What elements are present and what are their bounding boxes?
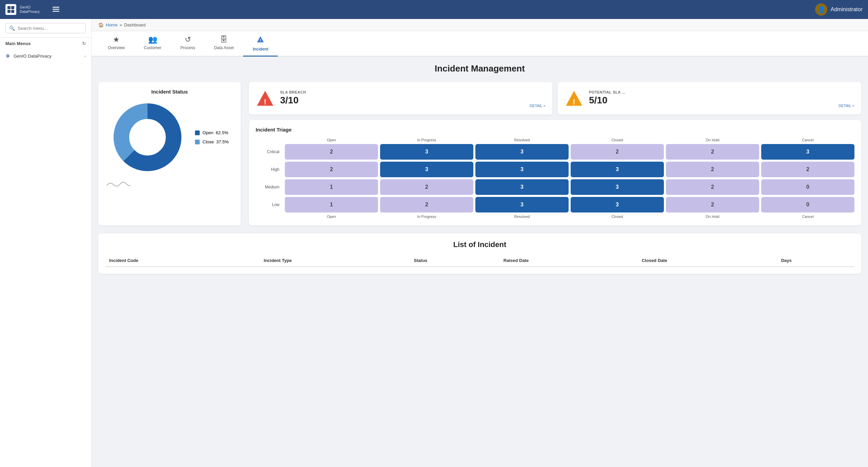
sla-cards: ! SLA BREACH 3/10 DETAIL > (249, 82, 861, 115)
triage-cell-r0-c5[interactable]: 3 (761, 144, 854, 160)
triage-footer-open: Open (285, 215, 378, 219)
sidebar-item-label: GenIO DataPrivacy (14, 54, 81, 59)
legend-close-label: Close 37.5% (202, 139, 229, 144)
users-icon: 👥 (148, 35, 157, 44)
triage-cell-r3-c0[interactable]: 1 (285, 197, 378, 212)
hamburger-button[interactable] (50, 3, 62, 16)
svg-rect-1 (11, 6, 14, 9)
genio-icon: ❖ (5, 53, 10, 59)
svg-text:!: ! (573, 98, 575, 106)
sidebar-item-genio[interactable]: ❖ GenIO DataPrivacy ‹ (0, 49, 91, 63)
triage-row-label-low: Low (256, 202, 283, 207)
tabs-bar: ★ Overview 👥 Customer ↺ Process 🗄 Data A… (92, 31, 868, 57)
logo-icon (5, 4, 16, 15)
triage-cell-r2-c0[interactable]: 1 (285, 179, 378, 195)
triage-cell-r2-c3[interactable]: 3 (571, 179, 664, 195)
triage-col-header-open: Open (285, 138, 378, 142)
incident-col-incident-code: Incident Code (105, 255, 260, 267)
breadcrumb-separator: » (120, 22, 122, 27)
refresh-icon[interactable]: ↻ (82, 41, 86, 46)
database-icon: 🗄 (220, 35, 228, 44)
tab-data-asset-label: Data Asset (214, 45, 234, 50)
triage-cell-r0-c3[interactable]: 2 (571, 144, 664, 160)
sla-breach-detail[interactable]: DETAIL > (530, 104, 546, 108)
tab-overview[interactable]: ★ Overview (98, 31, 134, 57)
search-icon: 🔍 (9, 25, 15, 31)
donut-chart (110, 100, 185, 175)
svg-rect-0 (7, 6, 11, 9)
incident-list-card: List of Incident Incident CodeIncident T… (98, 234, 861, 274)
user-name: Administrator (831, 6, 863, 13)
tab-customer[interactable]: 👥 Customer (134, 31, 171, 57)
tab-data-asset[interactable]: 🗄 Data Asset (204, 31, 243, 57)
chevron-left-icon: ‹ (84, 54, 86, 59)
svg-text:!: ! (264, 98, 266, 106)
sla-breach-label: SLA BREACH (280, 90, 524, 94)
triage-title: Incident Triage (256, 127, 854, 133)
svg-rect-3 (11, 10, 14, 13)
triage-cell-r2-c1[interactable]: 2 (380, 179, 473, 195)
triage-cell-r3-c1[interactable]: 2 (380, 197, 473, 212)
triage-row-label-medium: Medium (256, 185, 283, 189)
chart-legend: Open 62.5% Close 37.5% (195, 130, 229, 144)
breadcrumb-home[interactable]: Home (106, 22, 118, 27)
top-header: GenIO DataPrivacy 👤 Administrator (0, 0, 868, 19)
triage-cell-r0-c0[interactable]: 2 (285, 144, 378, 160)
warning-icon: ! (256, 35, 264, 45)
triage-cell-r0-c1[interactable]: 3 (380, 144, 473, 160)
triage-cell-r1-c0[interactable]: 2 (285, 162, 378, 177)
search-input[interactable] (18, 26, 82, 31)
triage-cell-r1-c1[interactable]: 3 (380, 162, 473, 177)
logo-text: GenIO DataPrivacy (20, 5, 40, 14)
tab-process[interactable]: ↺ Process (171, 31, 204, 57)
sla-breach-value: 3/10 (280, 95, 524, 106)
triage-cell-r2-c4[interactable]: 2 (666, 179, 759, 195)
menu-header-label: Main Menus (5, 41, 31, 46)
sla-potential-detail[interactable]: DETAIL > (839, 104, 854, 108)
triage-cell-r3-c4[interactable]: 2 (666, 197, 759, 212)
breadcrumb: 🏠 Home » Dashboard (92, 19, 868, 31)
triage-cell-r0-c2[interactable]: 3 (475, 144, 569, 160)
search-input-wrap[interactable]: 🔍 (5, 23, 86, 33)
incident-col-status: Status (410, 255, 499, 267)
search-area: 🔍 (0, 19, 91, 38)
svg-rect-5 (53, 9, 59, 10)
process-icon: ↺ (185, 35, 191, 44)
logo-line2: DataPrivacy (20, 9, 40, 14)
breadcrumb-current: Dashboard (124, 22, 146, 27)
legend-open: Open 62.5% (195, 130, 229, 135)
incident-col-closed-date: Closed Date (638, 255, 777, 267)
main-content: Incident Management Incident Status (92, 57, 868, 281)
triage-cell-r1-c5[interactable]: 2 (761, 162, 854, 177)
incident-col-incident-type: Incident Type (260, 255, 410, 267)
legend-close-dot (195, 140, 200, 144)
svg-rect-2 (7, 10, 11, 13)
sidebar-menu-header: Main Menus ↻ (0, 38, 91, 49)
triage-cell-r2-c5[interactable]: 0 (761, 179, 854, 195)
tab-overview-label: Overview (108, 45, 125, 50)
triage-cell-r1-c3[interactable]: 3 (571, 162, 664, 177)
svg-point-11 (130, 119, 166, 155)
tab-incident[interactable]: ! Incident (243, 31, 278, 57)
sla-potential-icon: ! (565, 89, 584, 108)
triage-cell-r3-c2[interactable]: 3 (475, 197, 569, 212)
triage-cell-r3-c5[interactable]: 0 (761, 197, 854, 212)
chart-footer (105, 179, 234, 190)
legend-open-dot (195, 130, 200, 135)
right-panel: ! SLA BREACH 3/10 DETAIL > (249, 82, 861, 225)
triage-cell-r1-c4[interactable]: 2 (666, 162, 759, 177)
sla-potential-value: 5/10 (589, 95, 833, 106)
triage-footer-on-hold: On Hold (666, 215, 759, 219)
triage-cell-r0-c4[interactable]: 2 (666, 144, 759, 160)
triage-footer-resolved: Resolved (475, 215, 569, 219)
user-avatar: 👤 (815, 3, 827, 16)
legend-open-label: Open 62.5% (202, 130, 228, 135)
triage-cell-r2-c2[interactable]: 3 (475, 179, 569, 195)
triage-cell-r1-c2[interactable]: 3 (475, 162, 569, 177)
triage-col-header-in-progress: In Progress (380, 138, 473, 142)
incident-col-raised-date: Raised Date (499, 255, 638, 267)
triage-cell-r3-c3[interactable]: 3 (571, 197, 664, 212)
triage-col-header-on-hold: On Hold (666, 138, 759, 142)
triage-footer-in-progress: In Progress (380, 215, 473, 219)
upper-section: Incident Status (98, 82, 861, 225)
